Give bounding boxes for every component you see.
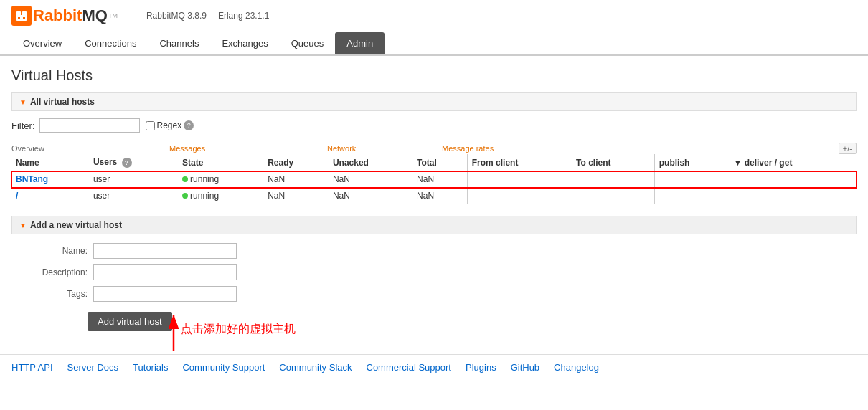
cell-users: user (89, 171, 178, 188)
plus-minus-button[interactable]: +/- (839, 143, 857, 154)
logo-icon (11, 6, 32, 26)
regex-help-icon[interactable]: ? (184, 120, 194, 130)
add-section-label: Add a new virtual host (30, 220, 122, 230)
cell-to-client (572, 171, 654, 188)
col-ready: Ready (263, 154, 329, 171)
page-title: Virtual Hosts (11, 67, 857, 84)
form-row-name: Name: (23, 243, 845, 259)
col-deliver-get: ▼ deliver / get (729, 154, 857, 171)
footer-link-community-support[interactable]: Community Support (182, 362, 265, 373)
erlang-version: Erlang 23.1.1 (218, 11, 269, 21)
cell-deliver-get (729, 171, 857, 188)
form-label-name: Name: (23, 246, 88, 256)
cell-to-client (572, 188, 654, 204)
cell-total: NaN (412, 171, 467, 188)
status-dot (182, 193, 188, 199)
filter-row: Filter: Regex ? (11, 118, 857, 133)
vhosts-table-container: Overview Messages Network Message rates … (11, 143, 857, 204)
cell-ready: NaN (263, 188, 329, 204)
add-section-header[interactable]: ▼ Add a new virtual host (11, 216, 857, 234)
cell-unacked: NaN (329, 188, 412, 204)
col-total: Total (412, 154, 467, 171)
col-name: Name (11, 154, 89, 171)
top-bar: RabbitMQTM RabbitMQ 3.8.9 Erlang 23.1.1 (0, 0, 868, 32)
footer-link-tutorials[interactable]: Tutorials (133, 362, 168, 373)
regex-checkbox-row: Regex ? (146, 120, 194, 130)
add-section-arrow-icon: ▼ (19, 221, 27, 229)
cell-unacked: NaN (329, 171, 412, 188)
nav-exchanges[interactable]: Exchanges (210, 32, 279, 54)
nav-admin[interactable]: Admin (335, 32, 385, 54)
form-label-tags: Tags: (23, 289, 88, 299)
add-vhost-section: ▼ Add a new virtual host Name: Descripti… (11, 216, 857, 343)
col-to-client: To client (572, 154, 654, 171)
form-row-description: Description: (23, 264, 845, 280)
regex-label: Regex (157, 120, 182, 130)
vhosts-table: Name Users ? State Ready Unacked Total F… (11, 154, 857, 204)
label-messages: Messages (169, 144, 327, 153)
regex-checkbox[interactable] (146, 121, 155, 130)
col-unacked: Unacked (329, 154, 412, 171)
virtual-hosts-section-header[interactable]: ▼ All virtual hosts (11, 92, 857, 111)
add-virtual-host-button[interactable]: Add virtual host (88, 312, 172, 331)
footer-link-changelog[interactable]: Changelog (554, 362, 599, 373)
form-label-description: Description: (23, 267, 88, 277)
cell-users: user (89, 188, 178, 204)
tags-input[interactable] (93, 286, 237, 302)
cell-name[interactable]: BNTang (11, 171, 89, 188)
cell-from-client (467, 171, 572, 188)
content-area: Virtual Hosts ▼ All virtual hosts Filter… (0, 56, 868, 354)
table-row[interactable]: BNTang user running NaN NaN NaN (11, 171, 857, 188)
section-arrow-icon: ▼ (19, 98, 27, 106)
footer-link-commercial-support[interactable]: Commercial Support (367, 362, 452, 373)
vhosts-tbody: BNTang user running NaN NaN NaN / user r… (11, 171, 857, 204)
col-from-client: From client (467, 154, 572, 171)
footer-link-github[interactable]: GitHub (511, 362, 539, 373)
status-dot (182, 176, 188, 182)
filter-input[interactable] (39, 118, 140, 133)
col-users: Users ? (89, 154, 178, 171)
vhost-link[interactable]: BNTang (16, 174, 48, 184)
cell-ready: NaN (263, 171, 329, 188)
cell-name[interactable]: / (11, 188, 89, 204)
cell-from-client (467, 188, 572, 204)
footer-link-plugins[interactable]: Plugins (466, 362, 496, 373)
col-publish: publish (654, 154, 729, 171)
table-row[interactable]: / user running NaN NaN NaN (11, 188, 857, 204)
users-help-icon[interactable]: ? (122, 158, 132, 168)
label-network: Network (327, 144, 442, 153)
svg-rect-4 (23, 17, 25, 19)
filter-label: Filter: (11, 120, 35, 131)
logo-tm: TM (108, 12, 118, 19)
description-input[interactable] (93, 264, 237, 280)
section-label: All virtual hosts (30, 97, 95, 107)
cell-total: NaN (412, 188, 467, 204)
cell-state: running (178, 188, 263, 204)
nav-connections[interactable]: Connections (73, 32, 148, 54)
annotation-text: 点击添加好的虚拟主机 (181, 322, 296, 337)
rabbit-icon (15, 9, 28, 22)
label-message-rates: Message rates (442, 144, 839, 153)
footer: HTTP API Server Docs Tutorials Community… (0, 354, 868, 380)
cell-publish (654, 171, 729, 188)
annotation-container: 点击添加好的虚拟主机 (159, 300, 288, 360)
vhost-link[interactable]: / (16, 191, 18, 201)
nav-overview[interactable]: Overview (11, 32, 73, 54)
name-input[interactable] (93, 243, 237, 259)
logo: RabbitMQTM (11, 6, 118, 26)
main-nav: Overview Connections Channels Exchanges … (0, 32, 868, 56)
footer-link-server-docs[interactable]: Server Docs (67, 362, 119, 373)
cell-publish (654, 188, 729, 204)
svg-rect-3 (18, 17, 20, 19)
cell-deliver-get (729, 188, 857, 204)
nav-channels[interactable]: Channels (148, 32, 210, 54)
cell-state: running (178, 171, 263, 188)
footer-link-community-slack[interactable]: Community Slack (279, 362, 352, 373)
col-state: State (178, 154, 263, 171)
logo-mq-text: MQ (82, 6, 107, 25)
nav-queues[interactable]: Queues (280, 32, 336, 54)
rabbitmq-version: RabbitMQ 3.8.9 (146, 11, 207, 21)
label-overview: Overview (11, 144, 169, 153)
footer-link-http-api[interactable]: HTTP API (11, 362, 53, 373)
annotation-arrow-svg (159, 300, 288, 358)
